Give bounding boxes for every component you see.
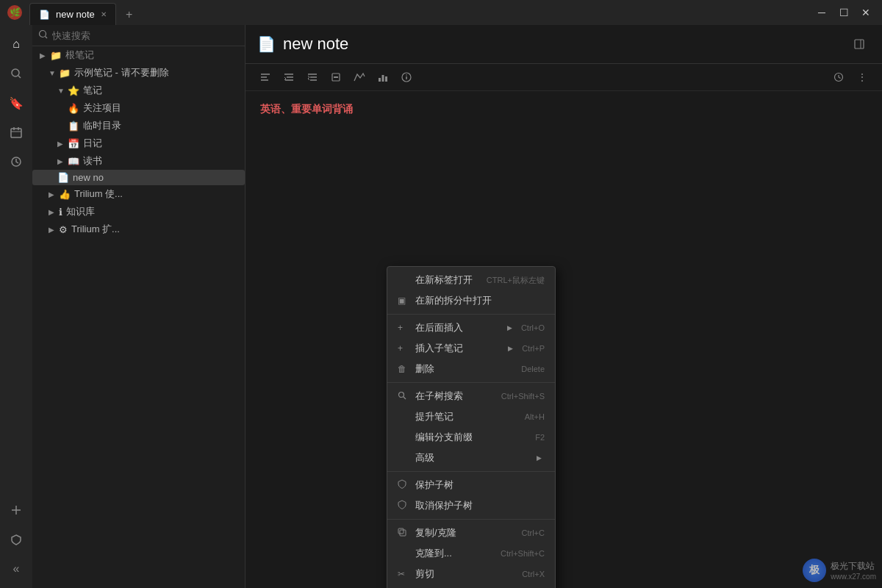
expand-view-button[interactable] (848, 34, 870, 54)
tree-arrow: ▶ (57, 140, 68, 148)
info-button[interactable] (395, 67, 417, 87)
scissors-icon: ✂ (398, 569, 409, 579)
note-toolbar: ⋮ (245, 64, 882, 91)
ctx-copy-clone[interactable]: 复制/克隆 Ctrl+C (387, 523, 555, 543)
home-icon[interactable]: ⌂ (3, 31, 29, 57)
tree-arrow: ▶ (40, 51, 50, 60)
svg-point-11 (40, 31, 46, 37)
ctx-cut[interactable]: ✂ 剪切 Ctrl+X (387, 564, 555, 584)
bookmark-icon[interactable]: 🔖 (3, 90, 29, 116)
map-button[interactable] (348, 67, 370, 87)
star-icon: ⭐ (68, 85, 79, 96)
chart-button[interactable] (372, 67, 394, 87)
note-header: 📄 new note (245, 25, 882, 64)
search-icon[interactable] (3, 60, 29, 87)
folder-icon: 📁 (59, 68, 71, 79)
ctx-protect-subtree[interactable]: 保护子树 (387, 475, 555, 495)
ctx-advanced[interactable]: 高级 ▶ (387, 448, 555, 468)
tree-item-focus[interactable]: 🔥 关注项目 (32, 99, 245, 117)
ctx-edit-branch-prefix[interactable]: 编辑分支前缀 F2 (387, 427, 555, 448)
svg-rect-26 (379, 78, 381, 82)
svg-rect-35 (400, 530, 406, 536)
ctx-label: 取消保护子树 (415, 499, 545, 512)
tab-close-button[interactable]: ✕ (101, 10, 107, 18)
ctx-search-subtree[interactable]: 在子树搜索 Ctrl+Shift+S (387, 386, 555, 406)
ctx-move-to[interactable]: 移动到... Ctrl+Shift+X (387, 584, 555, 588)
main-layout: ⌂ 🔖 (0, 25, 882, 588)
ctx-label: 在子树搜索 (415, 390, 495, 403)
ctx-promote-note[interactable]: 提升笔记 Alt+H (387, 406, 555, 427)
add-icon[interactable] (3, 497, 29, 523)
note-header-icon: 📄 (257, 35, 276, 53)
ctx-label: 剪切 (415, 567, 516, 581)
ctx-label: 在新标签打开 (415, 273, 481, 287)
trash-icon: 🗑 (398, 364, 409, 374)
shield-icon (398, 500, 409, 512)
ctx-label: 删除 (415, 362, 515, 376)
format-button-2[interactable] (278, 67, 300, 87)
info-icon: ℹ (59, 207, 62, 218)
tree-item-trilium-use[interactable]: ▶ 👍 Trilium 使... (32, 185, 245, 203)
tree-item-knowledge[interactable]: ▶ ℹ 知识库 (32, 203, 245, 220)
svg-line-34 (404, 397, 406, 399)
tree-label: 示例笔记 - 请不要删除 (74, 66, 169, 79)
ctx-label: 编辑分支前缀 (415, 431, 529, 444)
history-button[interactable] (828, 67, 850, 87)
tree-item-notes[interactable]: ▼ ⭐ 笔记 (32, 82, 245, 99)
ctx-shortcut: Ctrl+C (522, 528, 545, 537)
svg-rect-28 (385, 76, 387, 82)
tree-item-temp[interactable]: 📋 临时目录 (32, 117, 245, 135)
ctx-insert-after[interactable]: + 在后面插入 ▶ Ctrl+O (387, 318, 555, 338)
tree-label: new no (73, 172, 104, 183)
svg-line-12 (46, 37, 48, 39)
tree-item-diary[interactable]: ▶ 📅 日记 (32, 135, 245, 152)
fire-icon: 🔥 (68, 103, 79, 114)
tree-item-reading[interactable]: ▶ 📖 读书 (32, 152, 245, 170)
search-input[interactable] (52, 30, 239, 41)
shield-icon[interactable] (3, 526, 29, 553)
minimize-button[interactable]: ─ (811, 2, 832, 23)
tab-add-button[interactable]: + (119, 4, 140, 25)
history-icon[interactable] (3, 148, 29, 175)
ctx-unprotect-subtree[interactable]: 取消保护子树 (387, 495, 555, 516)
maximize-button[interactable]: ☐ (833, 2, 854, 23)
ctx-delete[interactable]: 🗑 删除 Delete (387, 359, 555, 379)
watermark: 极 极光下载站 www.x27.com (803, 559, 876, 582)
tree-item-trilium-ext[interactable]: ▶ ⚙ Trilium 扩... (32, 220, 245, 238)
format-button-4[interactable] (325, 67, 347, 87)
tab-new-note[interactable]: 📄 new note ✕ (29, 3, 116, 25)
format-button-3[interactable] (301, 67, 323, 87)
ctx-shortcut: Ctrl+O (521, 323, 545, 332)
tree-arrow: ▼ (57, 87, 68, 95)
ctx-clone-to[interactable]: 克隆到... Ctrl+Shift+C (387, 543, 555, 564)
ctx-insert-child[interactable]: + 插入子笔记 ▶ Ctrl+P (387, 338, 555, 359)
ctx-open-new-tab[interactable]: 在新标签打开 CTRL+鼠标左键 (387, 270, 555, 290)
calendar-icon[interactable] (3, 119, 29, 146)
ctx-label: 在新的拆分中打开 (415, 294, 539, 307)
thumbup-icon: 👍 (59, 189, 71, 200)
tree-label: Trilium 使... (74, 187, 123, 201)
titlebar: 🌿 📄 new note ✕ + ─ ☐ ✕ (0, 0, 882, 25)
search-icon (398, 391, 409, 402)
format-button-1[interactable] (254, 67, 276, 87)
svg-rect-13 (855, 40, 864, 49)
note-icon: 📄 (57, 172, 69, 183)
split-icon: ▣ (398, 295, 409, 306)
copy-icon (398, 528, 409, 539)
sidebar: ▶ 📁 根笔记 ▼ 📁 示例笔记 - 请不要删除 ▼ ⭐ 笔记 🔥 关注项目 📋… (32, 25, 245, 588)
sidebar-search-icon (38, 29, 48, 41)
more-options-button[interactable]: ⋮ (851, 67, 873, 87)
svg-line-3 (18, 76, 21, 78)
collapse-sidebar-icon[interactable]: « (3, 556, 29, 582)
close-button[interactable]: ✕ (856, 2, 876, 23)
clipboard-icon: 📋 (68, 121, 79, 132)
tree-item-root[interactable]: ▶ 📁 根笔记 (32, 46, 245, 64)
folder-icon: 📁 (50, 50, 62, 61)
app-icon: 🌿 (0, 0, 29, 25)
tree-item-examples[interactable]: ▼ 📁 示例笔记 - 请不要删除 (32, 64, 245, 82)
plus-icon: + (398, 343, 409, 354)
ctx-open-new-split[interactable]: ▣ 在新的拆分中打开 (387, 290, 555, 311)
tree-item-new-note[interactable]: 📄 new no (32, 170, 245, 185)
note-tag: 英语、重要单词背诵 (260, 103, 867, 116)
watermark-logo: 极 (803, 559, 826, 582)
